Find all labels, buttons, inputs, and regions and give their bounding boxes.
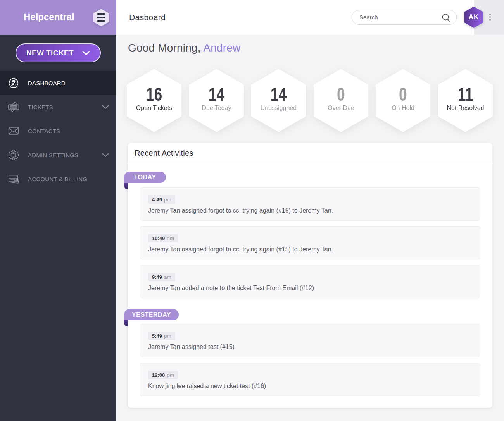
svg-text:TICKET: TICKET [10, 106, 17, 108]
